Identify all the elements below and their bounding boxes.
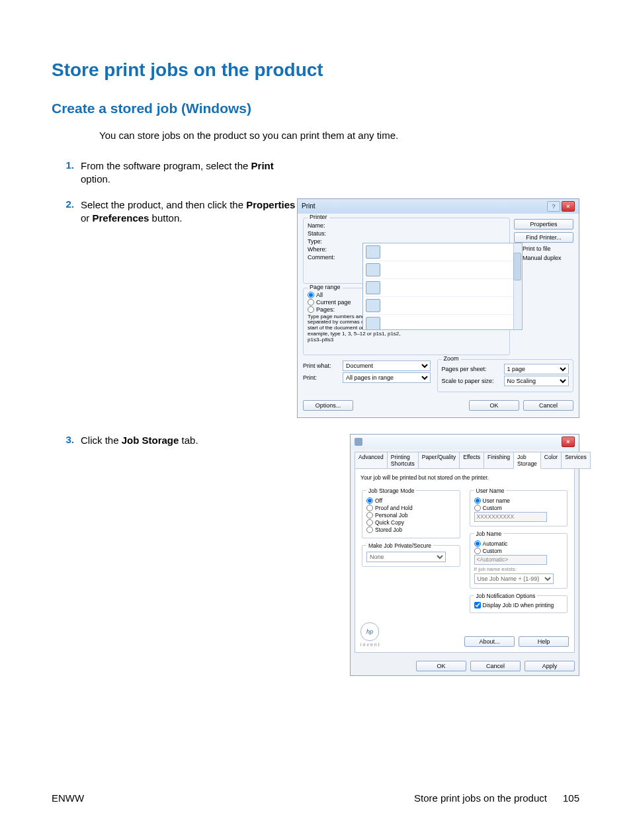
job-auto-label: Automatic — [483, 540, 508, 547]
options-button[interactable]: Options... — [303, 400, 353, 411]
status-label: Status: — [308, 230, 339, 237]
bold-preferences: Preferences — [93, 212, 149, 224]
current-radio[interactable] — [308, 299, 314, 306]
scrollbar[interactable] — [513, 243, 522, 329]
scale-select[interactable]: No Scaling — [504, 376, 569, 386]
print-label: Print: — [303, 374, 340, 381]
display-id-checkbox[interactable] — [474, 602, 481, 609]
mode-proof-label: Proof and Hold — [375, 505, 413, 511]
name-label: Name: — [308, 222, 339, 229]
dialog-title: Print — [302, 202, 316, 210]
print-dialog: Print ? × Printer Name: Status: T — [297, 198, 579, 418]
cancel-button[interactable]: Cancel — [470, 661, 521, 671]
mode-quick-radio[interactable] — [366, 519, 373, 526]
mode-quick-label: Quick Copy — [375, 519, 404, 526]
all-radio[interactable] — [308, 292, 314, 298]
current-label: Current page — [316, 299, 351, 306]
mode-proof-radio[interactable] — [366, 505, 373, 511]
tab-finishing[interactable]: Finishing — [484, 452, 514, 469]
printer-group-label: Printer — [308, 214, 329, 220]
page-number: 105 — [563, 792, 579, 804]
job-name-input[interactable] — [474, 555, 547, 565]
printer-icon — [366, 245, 380, 259]
close-icon[interactable]: × — [562, 437, 575, 447]
ok-button[interactable]: OK — [416, 661, 466, 671]
printer-icon — [366, 281, 380, 294]
find-printer-button[interactable]: Find Printer... — [514, 232, 573, 243]
type-label: Type: — [308, 238, 339, 245]
job-auto-radio[interactable] — [474, 540, 481, 547]
tab-job-storage[interactable]: Job Storage — [513, 452, 541, 469]
tab-paper-quality[interactable]: Paper/Quality — [418, 452, 460, 469]
help-button[interactable]: Help — [519, 636, 569, 647]
pages-label: Pages: — [316, 306, 335, 313]
printer-dropdown-list[interactable] — [362, 243, 523, 330]
user-name-input[interactable] — [474, 512, 547, 522]
exists-label: If job name exists: — [474, 566, 564, 572]
all-label: All — [316, 292, 323, 298]
tab-shortcuts[interactable]: Printing Shortcuts — [387, 452, 419, 469]
step-number: 2. — [52, 198, 81, 210]
description-text: Your job will be printed but not stored … — [360, 474, 569, 481]
job-custom-radio[interactable] — [474, 548, 481, 554]
print-select[interactable]: All pages in range — [343, 372, 431, 383]
secure-group-label: Make Job Private/Secure — [366, 542, 433, 549]
hp-logo-icon: hp — [360, 622, 379, 641]
about-button[interactable]: About... — [464, 636, 515, 647]
tab-color[interactable]: Color — [540, 452, 562, 469]
where-label: Where: — [308, 246, 339, 253]
print-to-file-label: Print to file — [523, 245, 551, 252]
step-number: 1. — [52, 159, 81, 171]
pages-per-sheet-select[interactable]: 1 page — [504, 364, 569, 374]
step-number: 3. — [52, 434, 81, 445]
properties-dialog: × Advanced Printing Shortcuts Paper/Qual… — [350, 434, 579, 676]
notif-group-label: Job Notification Options — [474, 593, 538, 599]
printer-icon — [366, 317, 380, 330]
page-title: Store print jobs on the product — [52, 60, 579, 81]
mode-stored-radio[interactable] — [366, 526, 373, 533]
manual-duplex-label: Manual duplex — [523, 255, 562, 261]
comment-label: Comment: — [308, 254, 339, 261]
step-1: 1. From the software program, select the… — [52, 159, 579, 187]
secure-select[interactable]: None — [366, 552, 446, 562]
cancel-button[interactable]: Cancel — [523, 400, 573, 411]
close-icon[interactable]: × — [562, 201, 575, 212]
pages-radio[interactable] — [308, 306, 314, 313]
mode-off-radio[interactable] — [366, 497, 373, 504]
properties-button[interactable]: Properties — [514, 219, 573, 230]
mode-off-label: Off — [375, 497, 382, 504]
text: or — [81, 212, 93, 224]
pages-per-sheet-label: Pages per sheet: — [442, 366, 501, 372]
bold-properties: Properties — [246, 199, 295, 210]
mode-personal-label: Personal Job — [375, 512, 408, 519]
step-3: 3. Click the Job Storage tab. × Advanced… — [52, 434, 579, 676]
print-what-select[interactable]: Document — [343, 360, 431, 371]
printer-mini-icon — [355, 438, 362, 446]
apply-button[interactable]: Apply — [525, 661, 575, 671]
text: From the software program, select the — [81, 160, 251, 171]
bold-print: Print — [251, 160, 274, 171]
text: tab. — [179, 435, 198, 446]
exists-select[interactable]: Use Job Name + (1-99) — [474, 573, 554, 584]
job-name-group-label: Job Name — [474, 530, 504, 537]
ok-button[interactable]: OK — [469, 400, 519, 411]
invent-text: invent — [360, 642, 381, 647]
text: Click the — [81, 435, 122, 446]
mode-stored-label: Stored Job — [375, 526, 402, 533]
mode-personal-radio[interactable] — [366, 512, 373, 519]
scale-label: Scale to paper size: — [442, 378, 501, 384]
text: button. — [149, 212, 182, 224]
tab-advanced[interactable]: Advanced — [355, 452, 388, 469]
user-name-radio[interactable] — [474, 497, 481, 504]
text: Select the product, and then click the — [81, 199, 246, 210]
tab-services[interactable]: Services — [561, 452, 591, 469]
tab-effects[interactable]: Effects — [459, 452, 484, 469]
section-title: Create a stored job (Windows) — [52, 101, 579, 116]
user-custom-radio[interactable] — [474, 505, 481, 511]
page-range-label: Page range — [308, 284, 343, 290]
help-icon[interactable]: ? — [547, 201, 560, 212]
print-what-label: Print what: — [303, 362, 340, 369]
job-custom-label: Custom — [483, 548, 502, 554]
printer-icon — [366, 299, 380, 312]
display-id-label: Display Job ID when printing — [483, 602, 554, 609]
